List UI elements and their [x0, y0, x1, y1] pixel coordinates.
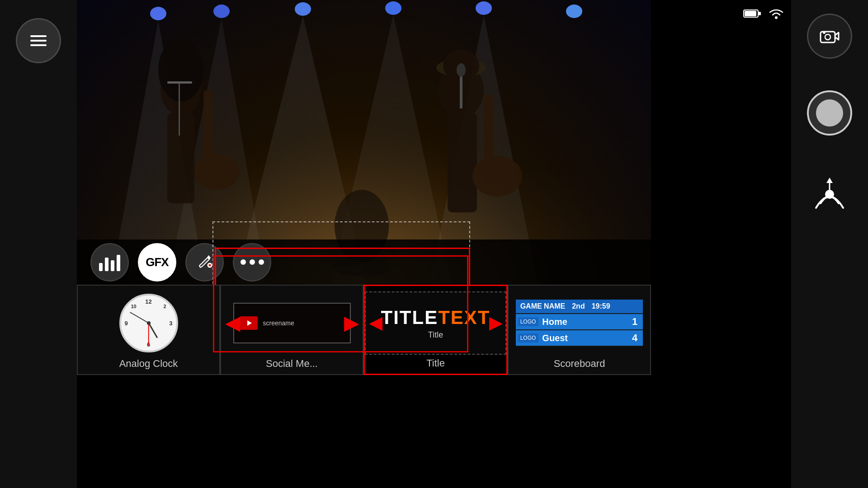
game-name-text: GAME NAME	[520, 302, 566, 310]
scoreboard-card-label: Scoreboard	[554, 358, 605, 370]
svg-point-2	[823, 31, 826, 34]
analog-clock-label: Analog Clock	[119, 358, 178, 370]
home-team-name: Home	[542, 317, 632, 327]
record-button[interactable]	[807, 90, 852, 136]
time-text: 19:59	[592, 302, 610, 310]
svg-point-9	[775, 16, 778, 19]
title-white-text: TITLE	[381, 307, 439, 328]
svg-rect-28	[167, 81, 192, 84]
svg-point-36	[457, 63, 466, 77]
period-text: 2nd	[572, 302, 585, 310]
clock-center-dot	[147, 321, 151, 325]
status-bar	[743, 7, 784, 20]
title-subtitle-text: Title	[428, 330, 443, 340]
guest-score: 4	[632, 332, 641, 344]
clock-hour-hand	[148, 323, 158, 338]
social-preview-box: screename	[233, 303, 351, 343]
record-inner	[816, 99, 843, 127]
title-card[interactable]: ◀ TITLE TEXT Title ▶ Title	[363, 285, 508, 375]
camera-button[interactable]	[807, 14, 852, 59]
equalizer-button[interactable]	[90, 243, 129, 282]
title-arrow-left: ◀	[369, 314, 382, 333]
left-sidebar	[0, 0, 77, 488]
menu-button[interactable]	[16, 18, 61, 63]
svg-point-41	[208, 263, 212, 267]
home-score: 1	[632, 316, 641, 328]
social-arrow-left: ◀	[226, 313, 240, 333]
edit-button[interactable]	[185, 243, 224, 282]
broadcast-icon	[809, 169, 850, 210]
svg-marker-5	[826, 178, 833, 183]
svg-point-24	[194, 154, 240, 190]
scoreboard-card[interactable]: GAME NAME 2nd 19:59 LOGO Home 1 LOGO Gue…	[508, 285, 651, 375]
analog-clock-card[interactable]: 12 3 6 9 2 10 Analog Clock	[77, 285, 220, 375]
clock-2: 2	[163, 304, 166, 309]
title-orange-text: TEXT	[438, 307, 490, 328]
svg-point-33	[472, 156, 522, 197]
equalizer-icon	[99, 253, 120, 271]
camera-icon	[820, 28, 840, 44]
social-arrow-right: ▶	[344, 313, 358, 333]
clock-12: 12	[145, 298, 151, 305]
svg-rect-7	[759, 12, 761, 15]
guest-score-row: LOGO Guest 4	[516, 330, 643, 346]
title-arrow-right: ▶	[489, 314, 502, 333]
social-card-content: ◀ screename ▶	[221, 291, 363, 355]
svg-rect-8	[745, 11, 756, 16]
svg-marker-42	[247, 320, 252, 326]
social-media-card[interactable]: ◀ screename ▶ Social Me...	[220, 285, 363, 375]
score-header: GAME NAME 2nd 19:59	[516, 300, 643, 313]
gfx-button[interactable]: GFX	[138, 243, 176, 282]
right-sidebar	[791, 0, 868, 488]
more-button[interactable]	[233, 243, 271, 282]
title-card-label: Title	[426, 357, 445, 369]
broadcast-button[interactable]	[807, 167, 852, 212]
social-media-label: Social Me...	[266, 358, 318, 370]
clock-second-hand	[148, 323, 149, 346]
wifi-icon	[768, 7, 784, 20]
svg-point-1	[825, 34, 830, 40]
svg-rect-27	[179, 81, 180, 136]
svg-rect-34	[484, 95, 494, 183]
svg-rect-30	[448, 113, 477, 212]
title-card-inner: ◀ TITLE TEXT Title ▶	[365, 291, 506, 355]
bottom-toolbar: GFX	[77, 239, 651, 285]
clock-minute-hand	[129, 312, 149, 324]
guest-team-name: Guest	[542, 333, 632, 343]
pencil-icon	[197, 254, 213, 270]
hamburger-icon	[30, 35, 47, 46]
clock-3: 3	[169, 320, 172, 327]
battery-icon	[743, 9, 761, 19]
guest-logo: LOGO	[518, 333, 539, 343]
svg-rect-35	[460, 72, 462, 108]
svg-rect-25	[203, 90, 212, 176]
scoreboard-display: GAME NAME 2nd 19:59 LOGO Home 1 LOGO Gue…	[516, 300, 643, 347]
home-logo: LOGO	[518, 317, 539, 326]
three-dots-icon	[241, 259, 264, 265]
svg-rect-0	[821, 32, 835, 42]
youtube-icon	[240, 316, 258, 330]
clock-9: 9	[125, 320, 128, 327]
gfx-label: GFX	[146, 255, 168, 269]
svg-rect-23	[167, 113, 194, 203]
clock-10: 10	[131, 304, 137, 309]
clock-face: 12 3 6 9 2 10	[119, 294, 178, 352]
home-score-row: LOGO Home 1	[516, 314, 643, 329]
social-channel-name: screename	[263, 319, 294, 327]
svg-point-26	[158, 38, 203, 102]
card-strip: 12 3 6 9 2 10 Analog Clock ◀	[77, 285, 651, 375]
title-text-display: TITLE TEXT	[381, 307, 491, 328]
